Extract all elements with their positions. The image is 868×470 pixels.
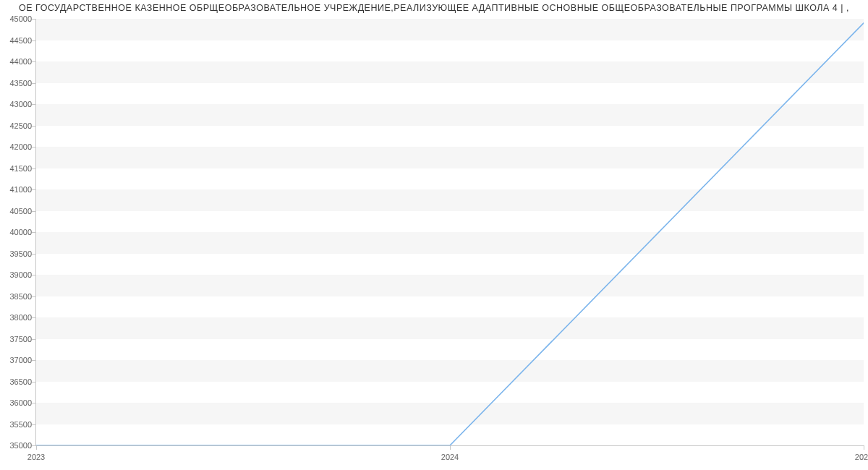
y-tick-label: 40500 [1,207,32,215]
x-tick-label: 2024 [441,453,459,461]
x-tick [36,445,37,450]
y-tick [32,317,36,318]
y-tick [32,40,36,41]
y-tick-label: 45000 [1,14,32,23]
y-tick [32,104,36,105]
chart-title: ОЕ ГОСУДАРСТВЕННОЕ КАЗЕННОЕ ОБРЩЕОБРАЗОВ… [0,3,868,13]
y-tick-label: 38000 [1,313,32,322]
chart-container: ОЕ ГОСУДАРСТВЕННОЕ КАЗЕННОЕ ОБРЩЕОБРАЗОВ… [0,0,868,470]
line-svg [36,19,864,445]
series-line [36,23,864,445]
x-tick-label: 2025 [855,453,868,461]
y-tick [32,126,36,127]
y-tick [32,275,36,275]
y-tick [32,168,36,169]
y-tick [32,189,36,190]
y-tick-label: 37500 [1,335,32,343]
y-tick [32,382,36,383]
y-tick [32,232,36,233]
y-tick [32,211,36,212]
y-tick-label: 36500 [1,377,32,386]
y-tick-label: 39000 [1,270,32,279]
y-tick-label: 41500 [1,164,32,173]
y-tick [32,403,36,403]
y-tick-label: 44000 [1,57,32,66]
y-tick-label: 42000 [1,142,32,151]
y-tick-label: 35000 [1,441,32,450]
y-tick [32,360,36,361]
plot-area: 3500035500360003650037000375003800038500… [36,19,864,446]
y-tick-label: 38500 [1,292,32,301]
y-tick [32,254,36,255]
y-tick [32,83,36,84]
y-tick-label: 41000 [1,185,32,194]
y-tick [32,424,36,425]
y-tick [32,61,36,62]
y-tick [32,147,36,148]
y-tick-label: 43500 [1,79,32,87]
y-tick-label: 42500 [1,121,32,130]
x-tick [450,445,451,450]
y-tick [32,296,36,297]
y-tick-label: 39500 [1,249,32,258]
y-tick [32,339,36,340]
y-tick-label: 35500 [1,420,32,429]
x-tick [864,445,864,450]
y-tick-label: 43000 [1,100,32,108]
y-tick-label: 37000 [1,356,32,364]
y-tick-label: 36000 [1,398,32,407]
x-tick-label: 2023 [27,453,45,461]
y-tick [32,19,36,20]
y-tick-label: 44500 [1,36,32,45]
y-tick-label: 40000 [1,228,32,236]
